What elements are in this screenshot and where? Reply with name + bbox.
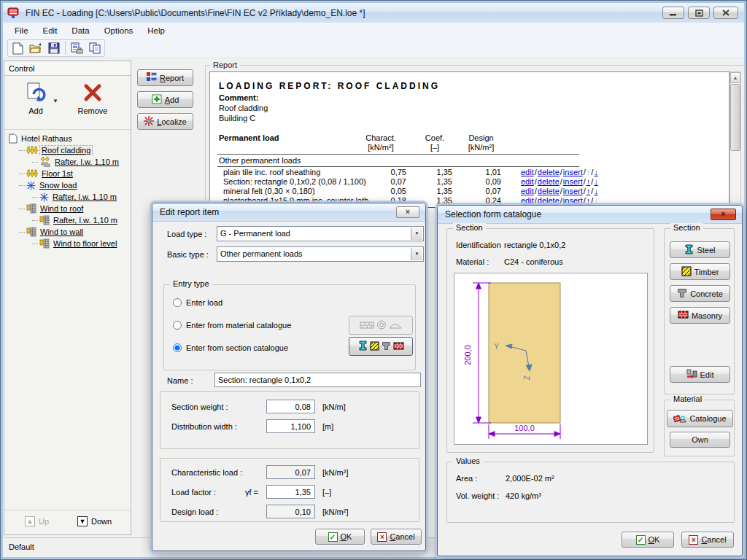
identification-value: rectangle 0,1x0,2 xyxy=(504,241,565,249)
radio-section-catalogue[interactable]: Enter from section catalogue xyxy=(173,343,288,352)
add-dropdown-icon[interactable]: ▼ xyxy=(53,98,58,104)
radio-enter-load[interactable]: Enter load xyxy=(173,298,222,307)
catalogue-dialog-close-button[interactable]: × xyxy=(711,209,736,220)
app-window: FIN EC - Loading [C:\Users\Public\Docume… xyxy=(0,0,747,560)
section-weight-input[interactable] xyxy=(266,400,315,413)
table-rule xyxy=(217,166,579,167)
table-row: mineral felt (0,30 × 0,180) 0,05 1,35 0,… xyxy=(210,187,729,196)
move-down-button[interactable]: ▼ Down xyxy=(77,516,112,526)
edit-link[interactable]: edit xyxy=(521,168,534,176)
cancel-button[interactable]: × Cancel xyxy=(681,532,734,548)
timber-button[interactable]: Timber xyxy=(670,263,730,280)
section-weight-unit: [kN/m] xyxy=(322,402,346,411)
move-down-link[interactable]: ↓ xyxy=(594,177,598,186)
table-row: plain tile inc. roof sheathing 0,75 1,35… xyxy=(210,168,729,177)
section-weight-group: Section weight : [kN/m] Distribution wid… xyxy=(160,391,419,449)
material-own-button[interactable]: Own xyxy=(670,432,730,448)
load-factor-input[interactable] xyxy=(266,485,315,499)
insert-link[interactable]: insert xyxy=(563,168,583,176)
save-file-icon[interactable] xyxy=(47,41,61,55)
window-title: FIN EC - Loading [C:\Users\Public\Docume… xyxy=(26,8,365,18)
move-down-link[interactable]: ↓ xyxy=(594,187,598,195)
delete-link[interactable]: delete xyxy=(538,168,560,176)
move-down-link[interactable]: ↓ xyxy=(594,168,598,176)
axis-z-label: Z xyxy=(523,376,531,380)
material-value: C24 - coniferous xyxy=(504,257,563,266)
control-panel: Control Add ▼ Remove Hotel Rathaus Roof … xyxy=(4,61,131,535)
report-group-caption: Report xyxy=(210,61,240,69)
print-report-icon[interactable] xyxy=(70,41,84,55)
localize-button[interactable]: Localize xyxy=(137,113,193,130)
section-rectangle xyxy=(489,283,560,423)
section-drawing: 200,0 100,0 xyxy=(454,273,648,445)
material-label: Material : xyxy=(456,257,489,266)
width-dimension-label: 100,0 xyxy=(514,424,535,432)
steel-button[interactable]: Steel xyxy=(670,241,730,258)
menu-file[interactable]: File xyxy=(7,24,36,37)
edit-section-button[interactable]: Edit xyxy=(670,366,730,383)
menu-options[interactable]: Options xyxy=(97,24,141,37)
edit-dialog-title: Edit report item xyxy=(152,203,425,222)
table-section-header: Permanent load xyxy=(219,133,279,142)
edit-dialog-close-button[interactable]: × xyxy=(396,206,419,218)
material-catalogue-button[interactable]: Catalogue xyxy=(667,410,733,427)
close-button[interactable] xyxy=(713,7,738,19)
rafter-load-icon xyxy=(39,157,51,167)
vol-weight-value: 420 kg/m³ xyxy=(506,491,541,500)
snow-icon xyxy=(39,192,49,202)
edit-link[interactable]: edit xyxy=(521,177,534,186)
insert-link[interactable]: insert xyxy=(563,187,583,195)
chevron-down-icon[interactable]: ▼ xyxy=(411,248,422,260)
new-file-icon[interactable] xyxy=(11,41,25,55)
section-preview-group: Section Identification rectangle 0,1x0,2… xyxy=(446,228,654,453)
ok-button[interactable]: ✓ OK xyxy=(315,529,365,545)
title-bar: FIN EC - Loading [C:\Users\Public\Docume… xyxy=(3,3,744,23)
edit-link[interactable]: edit xyxy=(521,187,534,195)
up-arrow-icon: ▲ xyxy=(25,516,35,526)
entry-type-group: Entry type Enter load Enter from materia… xyxy=(163,284,416,370)
chevron-down-icon[interactable]: ▼ xyxy=(411,228,422,240)
section-catalogue-button[interactable] xyxy=(349,337,413,356)
delete-link[interactable]: delete xyxy=(538,187,560,195)
radio-material-catalogue[interactable]: Enter from material catalogue xyxy=(173,321,291,330)
wind-load-icon xyxy=(39,238,50,249)
add-load-button[interactable]: Add xyxy=(15,82,57,115)
basic-type-select[interactable]: Other permanent loads ▼ xyxy=(217,246,424,262)
add-item-button[interactable]: Add xyxy=(137,91,193,108)
delete-link[interactable]: delete xyxy=(538,177,560,186)
tree-item-rafter-2[interactable]: Rafter, l.w. 1,10 m xyxy=(9,191,128,203)
tree-item-project[interactable]: Hotel Rathaus xyxy=(9,133,128,144)
open-file-icon[interactable] xyxy=(29,41,43,55)
remove-load-button[interactable]: Remove xyxy=(71,82,114,115)
tree-item-wind-to-floor-level[interactable]: Wind to floor level xyxy=(9,238,128,249)
restore-button[interactable] xyxy=(688,7,710,19)
tree-item-wind-to-roof[interactable]: Wind to roof xyxy=(9,203,128,214)
menu-help[interactable]: Help xyxy=(140,24,172,37)
tree-item-roof-cladding[interactable]: Roof cladding xyxy=(9,144,128,156)
copy-icon[interactable] xyxy=(88,41,101,55)
minimize-button[interactable] xyxy=(662,7,684,19)
table-row: Section: rectangle 0,1x0,2 (0,08 / 1,100… xyxy=(210,177,729,187)
concrete-button[interactable]: Concrete xyxy=(670,285,730,302)
distribution-width-input[interactable] xyxy=(266,419,315,433)
scroll-up-icon[interactable]: ▲ xyxy=(730,72,740,83)
ok-button[interactable]: ✓ OK xyxy=(622,532,674,548)
report-button[interactable]: Report xyxy=(137,69,193,86)
menu-data[interactable]: Data xyxy=(64,24,96,37)
load-type-select[interactable]: G - Permanent load ▼ xyxy=(217,226,424,241)
tree-item-snow-load[interactable]: Snow load xyxy=(9,179,128,191)
tree-item-wind-to-wall[interactable]: Wind to wall xyxy=(9,226,128,238)
scrollbar-thumb[interactable] xyxy=(730,84,740,151)
values-group: Values Area : 2,000E-02 m² Vol. weight :… xyxy=(446,462,735,523)
concrete-t-icon xyxy=(677,288,687,300)
cancel-button[interactable]: × Cancel xyxy=(371,529,422,545)
menu-edit[interactable]: Edit xyxy=(36,24,65,37)
masonry-button[interactable]: Masonry xyxy=(670,307,730,324)
tree-item-rafter-1[interactable]: Rafter, l.w. 1,10 m xyxy=(9,156,128,168)
insert-link[interactable]: insert xyxy=(563,177,583,186)
vol-weight-label: Vol. weight : xyxy=(456,491,499,500)
name-input[interactable] xyxy=(214,373,421,387)
tree-item-rafter-3[interactable]: Rafter, l.w. 1,10 m xyxy=(9,214,128,226)
col-unit-coef: [–] xyxy=(417,143,452,152)
tree-item-floor-1st[interactable]: Floor 1st xyxy=(9,168,128,179)
